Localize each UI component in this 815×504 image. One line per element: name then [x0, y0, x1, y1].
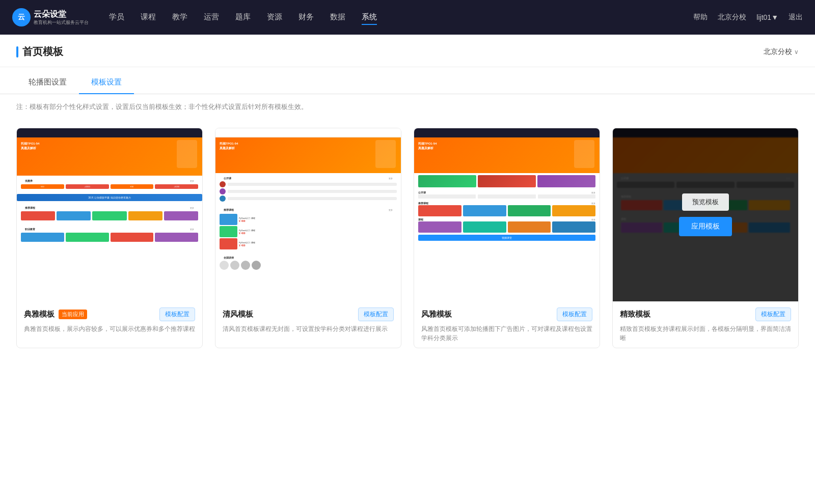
template-card-elegant[interactable]: 托福TPO1-54真题及解析 优惠券 更多 ¥30 +¥200 ¥30 +¥20…	[16, 128, 203, 348]
nav-logout[interactable]: 退出	[789, 13, 803, 22]
template-name-elegant2: 风雅模板	[421, 310, 452, 319]
template-card-elegant2[interactable]: 托福TPO1-54真题及解析 公开课 更多	[414, 128, 600, 348]
template-desc-fresh: 清风首页模板课程无封面，可设置按学科分类对课程进行展示	[223, 324, 394, 333]
btn-config-fresh[interactable]: 模板配置	[358, 307, 394, 321]
template-name-refined: 精致模板	[620, 310, 650, 319]
template-desc-elegant: 典雅首页模板，展示内容较多，可以展示优惠券和多个推荐课程	[24, 324, 195, 333]
template-name-elegant: 典雅模板	[24, 310, 55, 319]
page-title-bar	[16, 46, 18, 58]
tpl1-hero: 托福TPO1-54真题及解析	[17, 137, 202, 176]
nav-questions[interactable]: 题库	[235, 10, 251, 25]
tpl3-hero: 托福TPO1-54真题及解析	[414, 137, 600, 173]
tpl3-ad-banners	[414, 173, 600, 189]
tpl2-opencourse-section: 公开课 更多	[215, 173, 401, 205]
btn-config-elegant[interactable]: 模板配置	[159, 307, 195, 321]
nav-teaching[interactable]: 教学	[172, 10, 187, 25]
nav-right: 帮助 北京分校 lijt01▼ 退出	[693, 13, 803, 22]
nav-finance[interactable]: 财务	[298, 10, 314, 25]
tpl3-navbar	[414, 128, 600, 137]
template-preview-refined: 公开课 更多 推荐课程	[613, 128, 798, 301]
tab-carousel[interactable]: 轮播图设置	[16, 71, 79, 94]
tpl1-navbar	[17, 128, 202, 137]
tpl3-recommend-section: 推荐课程 更多	[414, 200, 600, 216]
tpl4-hover-overlay: 预览模板 应用模板	[613, 128, 798, 301]
btn-preview-template[interactable]: 预览模板	[682, 193, 729, 211]
nav-data[interactable]: 数据	[330, 10, 345, 25]
btn-config-elegant2[interactable]: 模板配置	[557, 307, 592, 321]
tpl1-course-section: 推荐课程 更多	[17, 203, 202, 224]
page-title: 首页模板	[22, 45, 63, 59]
logo-icon: 云	[12, 8, 31, 26]
template-name-fresh: 清风模板	[223, 310, 253, 319]
page-note: 注：模板有部分个性化样式设置，设置后仅当前模板生效；非个性化样式设置后针对所有模…	[0, 94, 815, 116]
logo-text: 云朵设堂 教育机构一站式服务云平台	[34, 9, 89, 25]
nav-students[interactable]: 学员	[109, 10, 124, 25]
tpl2-navbar	[215, 128, 401, 137]
nav-operations[interactable]: 运营	[204, 10, 219, 25]
nav-user[interactable]: lijt01▼	[756, 13, 778, 21]
template-card-refined[interactable]: 公开课 更多 推荐课程	[612, 128, 799, 348]
branch-chevron-icon: ∨	[794, 48, 799, 55]
template-preview-elegant: 托福TPO1-54真题及解析 优惠券 更多 ¥30 +¥200 ¥30 +¥20…	[17, 128, 202, 301]
template-footer-elegant: 典雅模板 当前应用 模板配置 典雅首页模板，展示内容较多，可以展示优惠券和多个推…	[17, 301, 202, 339]
page-content: 首页模板 北京分校 ∨ 轮播图设置 模板设置 注：模板有部分个性化样式设置，设置…	[0, 35, 815, 504]
tab-template[interactable]: 模板设置	[79, 71, 134, 94]
tpl2-hero: 托福TPO1-54真题及解析	[215, 137, 401, 173]
nav-links: 学员 课程 教学 运营 题库 资源 财务 数据 系统	[109, 10, 693, 25]
template-footer-fresh: 清风模板 模板配置 清风首页模板课程无封面，可设置按学科分类对课程进行展示	[215, 301, 401, 339]
nav-courses[interactable]: 课程	[141, 10, 156, 25]
tpl1-banner: 30天 让你摆脱平庸 知识使你更有魅力	[17, 194, 202, 201]
template-desc-elegant2: 风雅首页模板可添加轮播图下广告图片，可对课程及课程包设置学科分类展示	[421, 324, 592, 343]
template-preview-fresh: 托福TPO1-54真题及解析 公开课 更多	[215, 128, 401, 301]
template-desc-refined: 精致首页模板支持课程展示封面，各模板分隔明显，界面简洁清晰	[620, 324, 791, 343]
badge-current-elegant: 当前应用	[59, 310, 87, 319]
branch-selector[interactable]: 北京分校 ∨	[764, 47, 799, 57]
navbar: 云 云朵设堂 教育机构一站式服务云平台 学员 课程 教学 运营 题库 资源 财务…	[0, 0, 815, 35]
tabs-area: 轮播图设置 模板设置	[0, 71, 815, 94]
template-preview-elegant2: 托福TPO1-54真题及解析 公开课 更多	[414, 128, 600, 301]
nav-system[interactable]: 系统	[362, 10, 377, 25]
templates-grid: 托福TPO1-54真题及解析 优惠券 更多 ¥30 +¥200 ¥30 +¥20…	[0, 116, 815, 369]
btn-config-refined[interactable]: 模板配置	[755, 307, 791, 321]
tpl2-teacher-section: 全国讲师	[215, 253, 401, 272]
tpl1-coupon-section: 优惠券 更多 ¥30 +¥200 ¥30 +¥200	[17, 176, 202, 192]
logo: 云 云朵设堂 教育机构一站式服务云平台	[12, 8, 89, 26]
nav-branch[interactable]: 北京分校	[718, 13, 746, 22]
nav-help[interactable]: 帮助	[693, 13, 708, 22]
tpl1-vocation-section: 职业教育 更多	[17, 224, 202, 245]
nav-resources[interactable]: 资源	[267, 10, 282, 25]
page-title-wrap: 首页模板	[16, 45, 63, 59]
tpl3-opencourse-section: 公开课 更多	[414, 189, 600, 199]
page-header: 首页模板 北京分校 ∨	[0, 35, 815, 67]
tpl2-recommend-section: 推荐课程 更多 PyTorch入门 课程 ¥ 499	[215, 205, 401, 253]
btn-apply-template[interactable]: 应用模板	[679, 217, 732, 236]
template-footer-refined: 精致模板 模板配置 精致首页模板支持课程展示封面，各模板分隔明显，界面简洁清晰	[613, 301, 798, 348]
template-footer-elegant2: 风雅模板 模板配置 风雅首页模板可添加轮播图下广告图片，可对课程及课程包设置学科…	[414, 301, 600, 348]
template-card-fresh[interactable]: 托福TPO1-54真题及解析 公开课 更多	[215, 128, 401, 348]
tpl3-course-section: 课程 更多	[414, 216, 600, 233]
